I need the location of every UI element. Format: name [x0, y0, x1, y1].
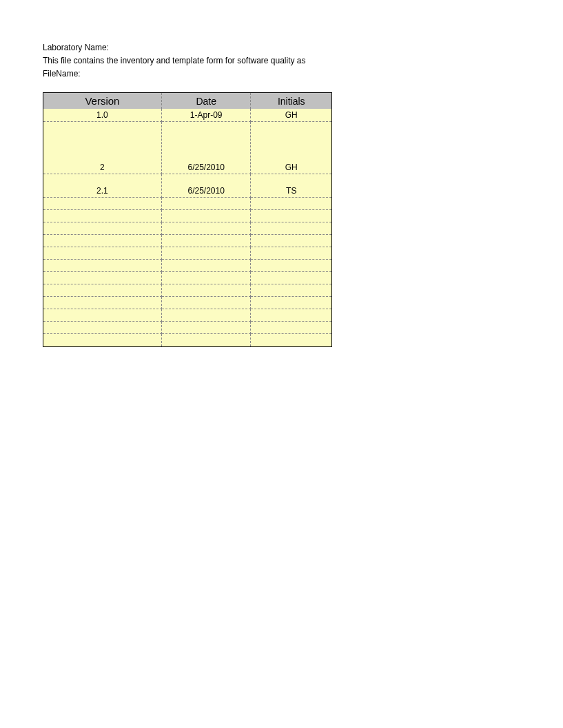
cell-date	[161, 309, 251, 322]
cell-date	[161, 247, 251, 260]
table-row: 26/25/2010GH	[43, 122, 331, 174]
cell-initials	[251, 297, 331, 309]
cell-initials	[251, 334, 331, 346]
table-row	[43, 284, 331, 297]
table-row	[43, 309, 331, 322]
cell-version	[43, 198, 161, 210]
cell-initials: GH	[251, 122, 331, 174]
cell-initials	[251, 247, 331, 260]
table-row	[43, 322, 331, 334]
cell-version	[43, 210, 161, 222]
cell-initials	[251, 198, 331, 210]
cell-version	[43, 260, 161, 272]
header-date: Date	[161, 93, 251, 109]
table-row	[43, 247, 331, 260]
cell-initials: TS	[251, 174, 331, 198]
cell-version	[43, 322, 161, 334]
cell-initials	[251, 309, 331, 322]
cell-initials	[251, 284, 331, 297]
header-block: Laboratory Name: This file contains the …	[43, 41, 563, 80]
lab-name-label: Laboratory Name:	[43, 41, 563, 54]
cell-initials	[251, 222, 331, 235]
cell-version	[43, 284, 161, 297]
table-row	[43, 297, 331, 309]
cell-version	[43, 222, 161, 235]
cell-date	[161, 210, 251, 222]
cell-initials	[251, 272, 331, 284]
cell-date	[161, 284, 251, 297]
table-row	[43, 198, 331, 210]
cell-version	[43, 247, 161, 260]
cell-date	[161, 260, 251, 272]
cell-initials	[251, 235, 331, 247]
cell-initials	[251, 260, 331, 272]
table-row	[43, 210, 331, 222]
header-version: Version	[43, 93, 161, 109]
table-row	[43, 260, 331, 272]
cell-date	[161, 297, 251, 309]
cell-date: 6/25/2010	[161, 174, 251, 198]
cell-version	[43, 309, 161, 322]
description-text: This file contains the inventory and tem…	[43, 54, 563, 67]
table-header-row: Version Date Initials	[43, 93, 331, 109]
cell-version: 1.0	[43, 109, 161, 122]
cell-date: 1-Apr-09	[161, 109, 251, 122]
cell-version	[43, 235, 161, 247]
cell-initials: GH	[251, 109, 331, 122]
header-initials: Initials	[251, 93, 331, 109]
cell-version: 2.1	[43, 174, 161, 198]
cell-version	[43, 334, 161, 346]
cell-version: 2	[43, 122, 161, 174]
table-row	[43, 334, 331, 346]
cell-date	[161, 235, 251, 247]
cell-date	[161, 272, 251, 284]
cell-version	[43, 272, 161, 284]
cell-date: 6/25/2010	[161, 122, 251, 174]
version-table: Version Date Initials 1.01-Apr-09GH26/25…	[43, 93, 331, 346]
cell-version	[43, 297, 161, 309]
table-row	[43, 235, 331, 247]
cell-date	[161, 198, 251, 210]
table-row	[43, 222, 331, 235]
cell-date	[161, 322, 251, 334]
cell-initials	[251, 210, 331, 222]
table-body: 1.01-Apr-09GH26/25/2010GH2.16/25/2010TS	[43, 109, 331, 346]
cell-date	[161, 334, 251, 346]
cell-date	[161, 222, 251, 235]
table-row: 2.16/25/2010TS	[43, 174, 331, 198]
filename-label: FileName:	[43, 67, 563, 80]
version-table-container: Version Date Initials 1.01-Apr-09GH26/25…	[43, 92, 332, 347]
table-row	[43, 272, 331, 284]
table-row: 1.01-Apr-09GH	[43, 109, 331, 122]
cell-initials	[251, 322, 331, 334]
